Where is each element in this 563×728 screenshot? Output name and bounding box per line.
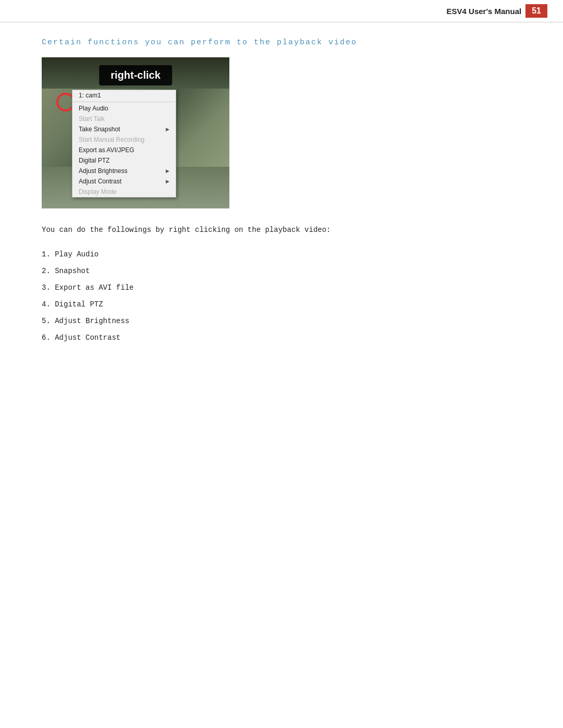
- header-right: ESV4 User's Manual 51: [447, 4, 563, 18]
- menu-item-start-manual-recording: Start Manual Recording: [72, 134, 176, 145]
- screenshot-container: right-click 1: cam1 Play Audio Start Tal…: [42, 57, 229, 208]
- description-text: You can do the followings by right click…: [42, 224, 521, 236]
- list-item: 1. Play Audio: [42, 246, 521, 263]
- feature-list: 1. Play Audio 2. Snapshot 3. Export as A…: [42, 246, 521, 346]
- section-heading: Certain functions you can perform to the…: [42, 38, 521, 47]
- menu-item-start-talk: Start Talk: [72, 114, 176, 124]
- manual-title: ESV4 User's Manual: [447, 7, 522, 16]
- context-menu: 1: cam1 Play Audio Start Talk Take Snaps…: [72, 90, 176, 198]
- menu-item-take-snapshot: Take Snapshot: [72, 124, 176, 134]
- main-content: Certain functions you can perform to the…: [0, 38, 563, 346]
- right-click-label: right-click: [99, 65, 172, 85]
- list-item: 4. Digital PTZ: [42, 296, 521, 313]
- menu-item-adjust-brightness: Adjust Brightness: [72, 166, 176, 176]
- list-item: 2. Snapshot: [42, 263, 521, 279]
- menu-item-adjust-contrast: Adjust Contrast: [72, 176, 176, 187]
- list-item: 5. Adjust Brightness: [42, 313, 521, 329]
- menu-item-play-audio: Play Audio: [72, 103, 176, 114]
- menu-divider-1: [72, 102, 176, 102]
- menu-item-display-mode: Display Mode: [72, 187, 176, 197]
- menu-item-export-avi-jpeg: Export as AVI/JPEG: [72, 145, 176, 155]
- list-item: 3. Export as AVI file: [42, 279, 521, 296]
- menu-item-digital-ptz: Digital PTZ: [72, 155, 176, 166]
- page-number: 51: [525, 4, 547, 18]
- list-item: 6. Adjust Contrast: [42, 329, 521, 346]
- menu-item-cam1: 1: cam1: [72, 90, 176, 101]
- page-header: ESV4 User's Manual 51: [0, 0, 563, 22]
